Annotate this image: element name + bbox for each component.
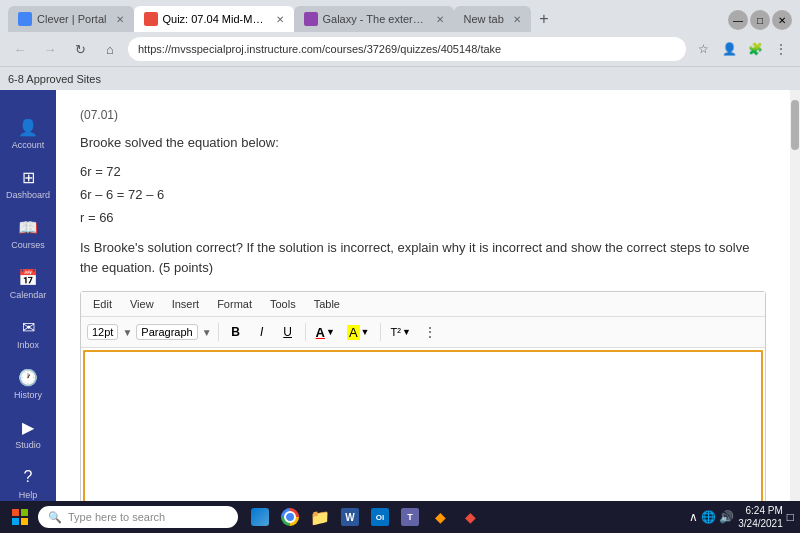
tab-galaxy-close[interactable]: ✕	[436, 14, 444, 25]
taskbar-clock[interactable]: 6:24 PM 3/24/2021	[738, 504, 783, 530]
superscript-button[interactable]: T² ▼	[387, 324, 415, 340]
tray-volume-icon[interactable]: 🔊	[719, 510, 734, 524]
sidebar-label-studio: Studio	[15, 440, 41, 450]
rte-menubar: Edit View Insert Format Tools Table	[81, 292, 765, 317]
calendar-icon: 📅	[17, 266, 39, 288]
sidebar-item-history[interactable]: 🕐 History	[4, 360, 52, 406]
toolbar-divider-1	[218, 323, 219, 341]
font-color-button[interactable]: A ▼	[312, 323, 339, 342]
extra2-icon: ◆	[465, 509, 476, 525]
sidebar-item-studio[interactable]: ▶ Studio	[4, 410, 52, 456]
tab-new-label: New tab	[464, 13, 504, 25]
reload-button[interactable]: ↻	[68, 37, 92, 61]
taskbar-right: ∧ 🌐 🔊 6:24 PM 3/24/2021 □	[689, 504, 794, 530]
new-tab-button[interactable]: +	[531, 6, 557, 32]
sidebar-item-calendar[interactable]: 📅 Calendar	[4, 260, 52, 306]
start-button[interactable]	[6, 503, 34, 531]
math-line2: 6r – 6 = 72 – 6	[80, 185, 766, 206]
highlight-dropdown[interactable]: ▼	[361, 327, 370, 337]
page-content: (07.01) Brooke solved the equation below…	[56, 90, 790, 501]
notifications-icon[interactable]: □	[787, 510, 794, 524]
tab-new-close[interactable]: ✕	[513, 14, 521, 25]
minimize-button[interactable]: —	[728, 10, 748, 30]
tab-clever-label: Clever | Portal	[37, 13, 107, 25]
taskbar-app-edge[interactable]	[246, 503, 274, 531]
tab-new[interactable]: New tab ✕	[454, 6, 531, 32]
svg-rect-1	[21, 509, 28, 516]
rte-menu-table[interactable]: Table	[310, 296, 344, 312]
tab-quiz-label: Quiz: 07.04 Mid-Module Check	[163, 13, 267, 25]
rte-menu-view[interactable]: View	[126, 296, 158, 312]
bookmark-icon[interactable]: ☆	[692, 38, 714, 60]
tab-quiz[interactable]: Quiz: 07.04 Mid-Module Check ✕	[134, 6, 294, 32]
rte-menu-tools[interactable]: Tools	[266, 296, 300, 312]
rte-paragraph-selector[interactable]: Paragraph	[136, 324, 197, 340]
font-color-dropdown[interactable]: ▼	[326, 327, 335, 337]
browser-chrome: Clever | Portal ✕ Quiz: 07.04 Mid-Module…	[0, 0, 800, 90]
math-line3: r = 66	[80, 208, 766, 229]
italic-button[interactable]: I	[251, 321, 273, 343]
toolbar-more-button[interactable]: ⋮	[419, 322, 441, 342]
sidebar-item-inbox[interactable]: ✉ Inbox	[4, 310, 52, 356]
rte-menu-insert[interactable]: Insert	[168, 296, 204, 312]
sidebar-label-history: History	[14, 390, 42, 400]
favicon-quiz	[144, 12, 158, 26]
history-icon: 🕐	[17, 366, 39, 388]
rte-menu-format[interactable]: Format	[213, 296, 256, 312]
superscript-dropdown[interactable]: ▼	[402, 327, 411, 337]
tray-up-icon[interactable]: ∧	[689, 510, 698, 524]
underline-button[interactable]: U	[277, 321, 299, 343]
tab-bar: Clever | Portal ✕ Quiz: 07.04 Mid-Module…	[0, 0, 800, 32]
search-icon: 🔍	[48, 511, 62, 524]
taskbar-search-box[interactable]: 🔍 Type here to search	[38, 506, 238, 528]
font-color-icon: A	[316, 325, 325, 340]
rte-menu-edit[interactable]: Edit	[89, 296, 116, 312]
chrome-icon	[281, 508, 299, 526]
extensions-icon[interactable]: 🧩	[744, 38, 766, 60]
main-area: SCS 👤 Account ⊞ Dashboard 📖 Courses 📅 Ca…	[0, 90, 800, 501]
menu-icon[interactable]: ⋮	[770, 38, 792, 60]
profile-icon[interactable]: 👤	[718, 38, 740, 60]
dashboard-icon: ⊞	[17, 166, 39, 188]
tab-galaxy-label: Galaxy - The external galaxies |	[323, 13, 427, 25]
scrollbar[interactable]	[790, 90, 800, 501]
teams-icon: T	[401, 508, 419, 526]
taskbar-app-chrome[interactable]	[276, 503, 304, 531]
back-button[interactable]: ←	[8, 37, 32, 61]
account-icon: 👤	[17, 116, 39, 138]
toolbar-divider-2	[305, 323, 306, 341]
bold-button[interactable]: B	[225, 321, 247, 343]
scroll-thumb[interactable]	[791, 100, 799, 150]
sidebar-item-courses[interactable]: 📖 Courses	[4, 210, 52, 256]
rte-font-size[interactable]: 12pt	[87, 324, 118, 340]
taskbar-app-teams[interactable]: T	[396, 503, 424, 531]
forward-button[interactable]: →	[38, 37, 62, 61]
sidebar-item-dashboard[interactable]: ⊞ Dashboard	[4, 160, 52, 206]
sidebar-label-inbox: Inbox	[17, 340, 39, 350]
address-input[interactable]	[128, 37, 686, 61]
taskbar-app-folder[interactable]: 📁	[306, 503, 334, 531]
tab-galaxy[interactable]: Galaxy - The external galaxies | ✕	[294, 6, 454, 32]
extra1-icon: ◆	[435, 509, 446, 525]
maximize-button[interactable]: □	[750, 10, 770, 30]
taskbar-app-extra2[interactable]: ◆	[456, 503, 484, 531]
highlight-button[interactable]: A ▼	[343, 323, 374, 342]
sidebar-item-help[interactable]: ? Help	[4, 460, 52, 501]
tab-clever-close[interactable]: ✕	[116, 14, 124, 25]
taskbar-app-outlook[interactable]: Ol	[366, 503, 394, 531]
svg-rect-0	[12, 509, 19, 516]
tab-clever[interactable]: Clever | Portal ✕	[8, 6, 134, 32]
sidebar-item-account[interactable]: 👤 Account	[4, 110, 52, 156]
question-intro: Brooke solved the equation below:	[80, 133, 766, 154]
taskbar-app-word[interactable]: W	[336, 503, 364, 531]
close-button[interactable]: ✕	[772, 10, 792, 30]
tab-quiz-close[interactable]: ✕	[276, 14, 284, 25]
rte-editing-area[interactable]	[83, 350, 763, 501]
home-button[interactable]: ⌂	[98, 37, 122, 61]
folder-icon: 📁	[310, 508, 330, 527]
bookmarks-label[interactable]: 6-8 Approved Sites	[8, 73, 101, 85]
tray-network-icon[interactable]: 🌐	[701, 510, 716, 524]
taskbar-app-extra1[interactable]: ◆	[426, 503, 454, 531]
svg-rect-2	[12, 518, 19, 525]
highlight-icon: A	[347, 325, 360, 340]
